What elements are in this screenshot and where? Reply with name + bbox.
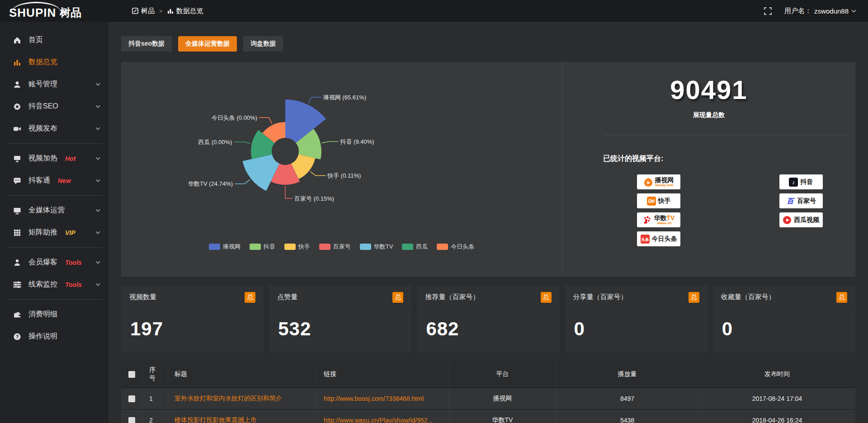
divider	[603, 135, 848, 135]
wasu-logo-icon	[643, 216, 652, 225]
stat-card-like-count: 点赞量总532	[269, 286, 411, 352]
video-url-link[interactable]: http://www.boosj.com/7338468.html	[324, 395, 424, 402]
sidebar-item-douyin-seo[interactable]: 抖音SEO	[0, 95, 108, 118]
sidebar-item-badge: VIP	[65, 229, 75, 236]
tab-bar: 抖音seo数据全媒体运营数据询盘数据	[121, 36, 855, 52]
legend-item-0[interactable]: 播视网	[209, 243, 241, 251]
label-line	[259, 118, 272, 124]
tab-inquiry-data[interactable]: 询盘数据	[243, 36, 283, 52]
row-cell-plays: 5438	[556, 410, 699, 423]
svg-text:头条: 头条	[641, 237, 649, 241]
row-checkbox[interactable]	[128, 395, 135, 402]
chevron-down-icon	[95, 261, 100, 264]
legend-swatch	[284, 244, 296, 250]
sidebar-item-consume-detail[interactable]: 消费明细	[0, 303, 108, 325]
tab-media-ops-data[interactable]: 全媒体运营数据	[178, 36, 237, 52]
breadcrumb-item-data-overview[interactable]: 数据总览	[167, 7, 203, 15]
sidebar-item-data-overview[interactable]: 数据总览	[0, 51, 108, 73]
row-cell-check	[121, 410, 143, 423]
stat-label: 收藏量（百家号）	[721, 293, 775, 301]
sidebar-item-video-heat[interactable]: 视频加热Hot	[0, 147, 108, 169]
chevron-down-icon	[95, 209, 100, 212]
sidebar-item-media-ops[interactable]: 全媒体运营	[0, 199, 108, 221]
total-badge: 总	[689, 292, 699, 303]
video-camera-icon	[13, 125, 22, 133]
tab-douyin-seo-data[interactable]: 抖音seo数据	[121, 36, 172, 52]
sidebar-item-badge: Tools	[65, 259, 82, 266]
sidebar-item-label: 操作说明	[28, 332, 57, 341]
username: zswodun88	[814, 7, 849, 15]
user-menu[interactable]: 用户名：zswodun88	[784, 7, 856, 15]
legend-item-6[interactable]: 今日头条	[437, 243, 474, 251]
chevron-down-icon	[95, 179, 100, 182]
row-checkbox[interactable]	[128, 417, 135, 423]
stat-value: 0	[565, 309, 708, 340]
row-cell-platform: 播视网	[449, 388, 556, 409]
pie-slice-4[interactable]	[242, 155, 279, 191]
video-title-link[interactable]: 室外水纹灯和室内水纹灯的区别和简介	[175, 395, 282, 403]
videos-table: 序号标题链接平台播放量发布时间1室外水纹灯和室内水纹灯的区别和简介http://…	[121, 362, 855, 423]
app-logo: SHUPIN 树品	[0, 0, 118, 22]
legend-item-4[interactable]: 华数TV	[360, 243, 393, 251]
legend-swatch	[402, 244, 413, 250]
stat-card-share-count: 分享量（百家号）总0	[565, 286, 708, 352]
sidebar-item-douketong[interactable]: 抖客通New	[0, 169, 108, 192]
platform-name: 百家号	[797, 198, 816, 204]
pie-label: 百家号 (0.15%)	[294, 195, 334, 202]
header-cell-check	[121, 362, 143, 387]
breadcrumb-item-shupin[interactable]: 树品	[132, 7, 155, 15]
sidebar-divider	[6, 143, 102, 144]
legend-swatch	[360, 244, 371, 250]
sidebar-item-account-manage[interactable]: 账号管理	[0, 73, 108, 95]
table-row: 1室外水纹灯和室内水纹灯的区别和简介http://www.boosj.com/7…	[121, 388, 855, 410]
legend-item-2[interactable]: 快手	[284, 243, 310, 251]
chat-icon	[13, 177, 22, 185]
row-cell-index: 2	[143, 410, 168, 423]
legend-label: 今日头条	[451, 243, 474, 251]
row-cell-platform: 华数TV	[449, 410, 556, 423]
stat-card-video-count: 视频数量总197	[121, 286, 264, 352]
total-badge: 总	[836, 292, 847, 303]
sidebar-item-label: 矩阵助推	[28, 228, 57, 237]
sidebar-item-label: 视频发布	[28, 124, 57, 133]
chevron-down-icon	[95, 283, 100, 286]
rose-chart[interactable]: 播视网 (65.61%)抖音 (9.40%)快手 (0.11%)百家号 (0.1…	[121, 67, 562, 244]
sidebar-item-member-burst[interactable]: 会员爆客Tools	[0, 251, 108, 273]
total-impressions-value: 90491	[562, 75, 855, 105]
chevron-down-icon	[95, 157, 100, 160]
svg-text:百: 百	[787, 197, 795, 205]
breadcrumb-label: 树品	[141, 7, 155, 15]
header-cell-title: 标题	[168, 362, 317, 387]
video-url-link[interactable]: http://www.wasu.cn/Play/show/id/952...	[324, 417, 433, 423]
legend-item-1[interactable]: 抖音	[250, 243, 275, 251]
select-all-checkbox[interactable]	[128, 371, 135, 378]
platform-name: 抖音	[800, 179, 813, 185]
total-impressions-label: 展现量总数	[562, 111, 855, 119]
legend-item-5[interactable]: 西瓜	[402, 243, 428, 251]
total-badge: 总	[392, 292, 403, 303]
topbar: SHUPIN 树品 树品 > 数据总览 用户名：zswodun88	[0, 0, 868, 22]
main-content: 抖音seo数据全媒体运营数据询盘数据 播视网 (65.61%)抖音 (9.40%…	[108, 22, 868, 423]
sidebar-item-video-publish[interactable]: 视频发布	[0, 118, 108, 140]
xigua-logo-icon	[783, 216, 792, 225]
sidebar-item-home[interactable]: 首页	[0, 29, 108, 51]
douyin-logo-icon: ♪	[789, 178, 798, 187]
platform-badge-douyin: ♪抖音	[779, 174, 823, 189]
legend-item-3[interactable]: 百家号	[319, 243, 351, 251]
question-icon: ?	[13, 333, 22, 341]
sidebar-item-help[interactable]: ?操作说明	[0, 325, 108, 348]
legend-label: 快手	[298, 243, 310, 251]
label-line	[322, 141, 339, 143]
platform-badge-boosj: 播视网boosj.com	[637, 174, 680, 189]
platform-name: 快手	[658, 198, 671, 204]
sidebar-item-clue-monitor[interactable]: 线索监控Tools	[0, 273, 108, 296]
label-line	[234, 142, 250, 143]
table-row: 2楼体投影灯投影效果震撼上市http://www.wasu.cn/Play/sh…	[121, 410, 855, 423]
sidebar-item-matrix-boost[interactable]: 矩阵助推VIP	[0, 221, 108, 244]
legend-label: 抖音	[264, 243, 275, 251]
svg-text:?: ?	[16, 334, 19, 339]
label-line	[308, 97, 321, 103]
sidebar-item-label: 首页	[28, 35, 43, 45]
video-title-link[interactable]: 楼体投影灯投影效果震撼上市	[175, 416, 257, 423]
fullscreen-icon[interactable]	[764, 7, 772, 15]
